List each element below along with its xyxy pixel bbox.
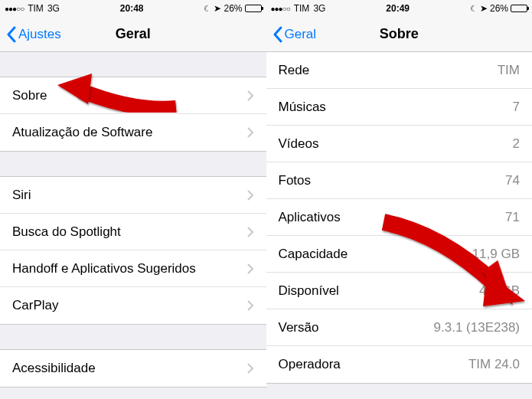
clock: 20:48	[120, 3, 144, 14]
battery-percent: 26%	[490, 3, 508, 14]
row-rede[interactable]: Rede TIM	[266, 52, 533, 89]
content: Rede TIM Músicas 7 Vídeos 2 Fotos 74 Apl…	[266, 52, 533, 399]
dnd-moon-icon: ☾	[470, 4, 478, 14]
chevron-right-icon	[247, 190, 254, 201]
row-label: Rede	[279, 63, 498, 78]
status-right: ☾ ➤ 26%	[204, 3, 261, 14]
battery-icon	[511, 5, 527, 12]
row-disponivel: Disponível 4,0 GB	[266, 273, 533, 309]
back-label: Geral	[285, 27, 317, 42]
location-icon: ➤	[214, 3, 221, 14]
row-label: Operadora	[279, 357, 468, 372]
status-bar: ●●●○○ TIM 3G 20:49 ☾ ➤ 26%	[266, 0, 533, 17]
row-label: Músicas	[279, 100, 513, 115]
row-value: 74	[505, 173, 520, 188]
row-handoff[interactable]: Handoff e Aplicativos Sugeridos	[0, 250, 266, 287]
row-label: Busca do Spotlight	[12, 224, 241, 240]
dnd-moon-icon: ☾	[204, 4, 211, 14]
row-value: TIM	[498, 63, 520, 78]
row-spotlight[interactable]: Busca do Spotlight	[0, 214, 266, 250]
signal-dots-icon: ●●●○○	[271, 5, 290, 13]
row-label: Fotos	[279, 173, 506, 188]
row-versao: Versão 9.3.1 (13E238)	[266, 309, 533, 346]
row-musicas: Músicas 7	[266, 89, 533, 126]
chevron-right-icon	[247, 263, 254, 274]
row-label: Vídeos	[279, 136, 513, 152]
row-operadora: Operadora TIM 24.0	[266, 346, 533, 383]
row-label: Capacidade	[279, 247, 472, 262]
content: Sobre Atualização de Software Siri Busca…	[0, 52, 266, 399]
row-label: CarPlay	[12, 298, 241, 313]
row-capacidade: Capacidade 11,9 GB	[266, 236, 533, 273]
status-right: ☾ ➤ 26%	[470, 3, 527, 14]
battery-icon	[245, 5, 262, 12]
chevron-right-icon	[247, 90, 254, 101]
row-videos: Vídeos 2	[266, 126, 533, 162]
row-acessibilidade[interactable]: Acessibilidade	[0, 350, 266, 387]
carrier-label: TIM	[28, 3, 44, 14]
row-value: 71	[505, 210, 520, 225]
row-label: Acessibilidade	[12, 361, 241, 376]
settings-group: Acessibilidade	[0, 349, 266, 388]
clock: 20:49	[386, 3, 410, 14]
network-label: 3G	[313, 3, 325, 14]
row-value: 4,0 GB	[479, 283, 520, 299]
row-label: Handoff e Aplicativos Sugeridos	[12, 261, 241, 276]
signal-dots-icon: ●●●○○	[5, 5, 24, 13]
row-carplay[interactable]: CarPlay	[0, 287, 266, 324]
chevron-right-icon	[247, 363, 254, 374]
location-icon: ➤	[480, 3, 488, 14]
chevron-right-icon	[247, 127, 254, 138]
row-value: 9.3.1 (13E238)	[434, 320, 520, 335]
settings-group: Sobre Atualização de Software	[0, 77, 266, 152]
network-label: 3G	[47, 3, 60, 14]
row-atualizacao-software[interactable]: Atualização de Software	[0, 114, 266, 151]
settings-group: Siri Busca do Spotlight Handoff e Aplica…	[0, 176, 266, 325]
row-value: 2	[513, 136, 520, 152]
back-button[interactable]: Geral	[273, 26, 317, 43]
row-label: Atualização de Software	[12, 125, 241, 140]
status-left: ●●●○○ TIM 3G	[271, 3, 326, 14]
row-value: 11,9 GB	[472, 247, 520, 262]
screen-sobre: ●●●○○ TIM 3G 20:49 ☾ ➤ 26% Geral Sobre R…	[266, 0, 533, 399]
chevron-left-icon	[6, 26, 17, 43]
row-fotos: Fotos 74	[266, 162, 533, 199]
row-aplicativos: Aplicativos 71	[266, 199, 533, 236]
status-bar: ●●●○○ TIM 3G 20:48 ☾ ➤ 26%	[0, 0, 266, 17]
back-label: Ajustes	[18, 27, 61, 42]
screen-geral: ●●●○○ TIM 3G 20:48 ☾ ➤ 26% Ajustes Geral…	[0, 0, 266, 399]
row-label: Disponível	[279, 283, 480, 299]
nav-bar: Geral Sobre	[266, 17, 533, 52]
back-button[interactable]: Ajustes	[6, 26, 61, 43]
row-value: TIM 24.0	[468, 357, 520, 372]
row-label: Aplicativos	[279, 210, 506, 225]
row-value: 7	[513, 100, 520, 115]
about-list: Rede TIM Músicas 7 Vídeos 2 Fotos 74 Apl…	[266, 52, 533, 384]
row-sobre[interactable]: Sobre	[0, 77, 266, 114]
chevron-right-icon	[247, 227, 254, 237]
carrier-label: TIM	[294, 3, 310, 14]
row-label: Sobre	[12, 88, 241, 103]
chevron-right-icon	[247, 300, 254, 311]
row-label: Siri	[12, 188, 241, 203]
row-siri[interactable]: Siri	[0, 177, 266, 214]
battery-percent: 26%	[224, 3, 242, 14]
status-left: ●●●○○ TIM 3G	[5, 3, 60, 14]
chevron-left-icon	[273, 26, 283, 43]
row-label: Versão	[279, 320, 434, 335]
nav-bar: Ajustes Geral	[0, 17, 266, 52]
